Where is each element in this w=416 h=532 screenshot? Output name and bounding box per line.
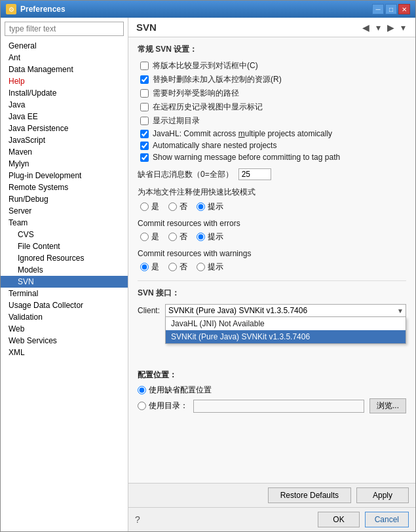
- commit-errors-radio-group: 是 否 提示: [140, 231, 406, 242]
- title-bar: ⚙ Preferences ─ □ ✕: [1, 1, 415, 18]
- sidebar-item-xml[interactable]: XML: [1, 347, 128, 358]
- browse-button[interactable]: 浏览...: [369, 398, 406, 413]
- checkbox-javaHL-commit[interactable]: [140, 130, 149, 138]
- sidebar-item-help[interactable]: Help: [1, 75, 128, 87]
- checkbox-label-6[interactable]: JavaHL: Commit across multiple projects …: [153, 129, 332, 138]
- local-compare-hint-radio[interactable]: [197, 202, 205, 211]
- sidebar-item-web-services[interactable]: Web Services: [1, 335, 128, 347]
- sidebar-item-data-management[interactable]: Data Management: [1, 64, 128, 75]
- local-compare-yes-radio[interactable]: [140, 202, 149, 211]
- commit-warnings-no-label[interactable]: 否: [168, 261, 187, 273]
- config-custom-label[interactable]: 使用目录：: [138, 400, 188, 411]
- checkbox-row-5: 显示过期目录: [138, 115, 406, 126]
- config-custom-radio[interactable]: [138, 402, 146, 410]
- nav-forward-dropdown-button[interactable]: ▾: [399, 22, 407, 33]
- close-button[interactable]: ✕: [398, 4, 410, 14]
- page-title: SVN: [136, 22, 157, 33]
- checkbox-show-labels[interactable]: [140, 103, 149, 111]
- sidebar-item-web[interactable]: Web: [1, 323, 128, 335]
- sidebar-item-maven[interactable]: Maven: [1, 146, 128, 158]
- checkbox-auto-share[interactable]: [140, 142, 149, 150]
- config-dir-input[interactable]: [193, 400, 364, 413]
- sidebar-item-models[interactable]: Models: [1, 264, 128, 276]
- commit-warnings-no-radio[interactable]: [168, 263, 177, 271]
- checkbox-label-8[interactable]: Show warning message before committing t…: [153, 153, 340, 162]
- checkbox-label-1[interactable]: 将版本比较显示到对话框中(C): [153, 60, 258, 71]
- commit-warnings-yes-radio[interactable]: [140, 263, 149, 271]
- checkbox-delete-unversioned[interactable]: [140, 75, 149, 84]
- restore-defaults-button[interactable]: Restore Defaults: [268, 487, 351, 503]
- nav-forward-button[interactable]: ▶: [385, 22, 396, 33]
- nav-dropdown-button[interactable]: ▾: [374, 22, 383, 33]
- checkbox-warn-tag[interactable]: [140, 153, 149, 162]
- config-default-radio[interactable]: [138, 386, 146, 394]
- help-icon[interactable]: ?: [135, 514, 140, 525]
- client-dropdown-wrapper: JavaHL (JNI) Not Available SVNKit (Pure …: [165, 304, 406, 317]
- apply-button[interactable]: Apply: [356, 487, 409, 503]
- commit-warnings-radio-group: 是 否 提示: [140, 261, 406, 273]
- log-messages-label: 缺省日志消息数（0=全部）: [138, 169, 233, 180]
- checkbox-show-expired[interactable]: [140, 117, 149, 125]
- sidebar-item-cvs[interactable]: CVS: [1, 229, 128, 240]
- local-compare-no-label[interactable]: 否: [168, 201, 187, 212]
- commit-warnings-hint-radio[interactable]: [197, 263, 205, 271]
- checkbox-list-affected[interactable]: [140, 89, 149, 98]
- ok-button[interactable]: OK: [318, 512, 359, 527]
- sidebar-item-java-persistence[interactable]: Java Persistence: [1, 123, 128, 134]
- sidebar-item-ant[interactable]: Ant: [1, 52, 128, 64]
- sidebar-item-plugin-development[interactable]: Plug-in Development: [1, 170, 128, 181]
- checkbox-label-2[interactable]: 替换时删除未加入版本控制的资源(R): [153, 74, 282, 85]
- commit-errors-no-label[interactable]: 否: [168, 231, 187, 242]
- sidebar-item-server[interactable]: Server: [1, 205, 128, 217]
- config-custom-row: 使用目录： 浏览...: [138, 398, 406, 413]
- cancel-button[interactable]: Cancel: [365, 512, 409, 527]
- client-dropdown[interactable]: JavaHL (JNI) Not Available SVNKit (Pure …: [165, 304, 406, 317]
- footer-buttons: OK Cancel: [318, 512, 409, 527]
- local-compare-title: 为本地文件注释使用快速比较模式: [138, 187, 406, 198]
- checkbox-label-3[interactable]: 需要时列举受影响的路径: [153, 88, 239, 99]
- dropdown-option-svnkit[interactable]: SVNKit (Pure Java) SVNKit v1.3.5.7406: [166, 330, 406, 343]
- local-compare-no-radio[interactable]: [168, 202, 177, 211]
- checkbox-label-4[interactable]: 在远程历史记录视图中显示标记: [153, 102, 263, 113]
- checkbox-show-diff[interactable]: [140, 62, 149, 70]
- commit-errors-yes-label[interactable]: 是: [140, 231, 159, 242]
- maximize-button[interactable]: □: [385, 4, 397, 14]
- main-header: SVN ◀ ▾ ▶ ▾: [128, 18, 415, 37]
- log-messages-input[interactable]: [238, 168, 271, 180]
- sidebar-item-java-ee[interactable]: Java EE: [1, 111, 128, 123]
- checkbox-row-8: Show warning message before committing t…: [138, 153, 406, 162]
- dropdown-option-javaHL[interactable]: JavaHL (JNI) Not Available: [166, 317, 406, 330]
- minimize-button[interactable]: ─: [372, 4, 384, 14]
- local-compare-hint-label[interactable]: 提示: [197, 201, 223, 212]
- main-content: 常规 SVN 设置： 将版本比较显示到对话框中(C) 替换时删除未加入版本控制的…: [128, 37, 415, 483]
- local-compare-yes-label[interactable]: 是: [140, 201, 159, 212]
- sidebar-item-svn[interactable]: SVN: [1, 276, 128, 288]
- sidebar-item-run-debug[interactable]: Run/Debug: [1, 193, 128, 205]
- sidebar-item-ignored-resources[interactable]: Ignored Resources: [1, 252, 128, 264]
- svn-settings-title: 常规 SVN 设置：: [138, 44, 406, 55]
- main-panel: SVN ◀ ▾ ▶ ▾ 常规 SVN 设置： 将版本比较显示到对话框中(C) 替: [128, 18, 415, 531]
- sidebar-item-remote-systems[interactable]: Remote Systems: [1, 181, 128, 193]
- commit-errors-hint-radio[interactable]: [197, 233, 205, 241]
- sidebar-item-java[interactable]: Java: [1, 99, 128, 111]
- checkbox-label-7[interactable]: Automatically share nested projects: [153, 141, 276, 150]
- sidebar-item-file-content[interactable]: File Content: [1, 240, 128, 252]
- commit-warnings-hint-label[interactable]: 提示: [197, 261, 223, 273]
- nav-back-button[interactable]: ◀: [360, 22, 371, 33]
- sidebar-item-javascript[interactable]: JavaScript: [1, 134, 128, 146]
- config-default-label[interactable]: 使用缺省配置位置: [138, 385, 212, 396]
- sidebar-item-terminal[interactable]: Terminal: [1, 288, 128, 299]
- filter-input[interactable]: [5, 22, 124, 36]
- commit-errors-hint-label[interactable]: 提示: [197, 231, 223, 242]
- commit-warnings-yes-label[interactable]: 是: [140, 261, 159, 273]
- sidebar-item-mylyn[interactable]: Mylyn: [1, 158, 128, 170]
- sidebar-item-general[interactable]: General: [1, 40, 128, 52]
- commit-errors-yes-radio[interactable]: [140, 233, 149, 241]
- commit-errors-no-radio[interactable]: [168, 233, 177, 241]
- sidebar-item-usage-data-collector[interactable]: Usage Data Collector: [1, 299, 128, 311]
- sidebar-item-team[interactable]: Team: [1, 217, 128, 229]
- checkbox-label-5[interactable]: 显示过期目录: [153, 115, 200, 126]
- sidebar-item-install-update[interactable]: Install/Update: [1, 87, 128, 99]
- sidebar-item-validation[interactable]: Validation: [1, 311, 128, 323]
- commit-errors-section: Commit resources with errors 是 否 提示: [138, 219, 406, 242]
